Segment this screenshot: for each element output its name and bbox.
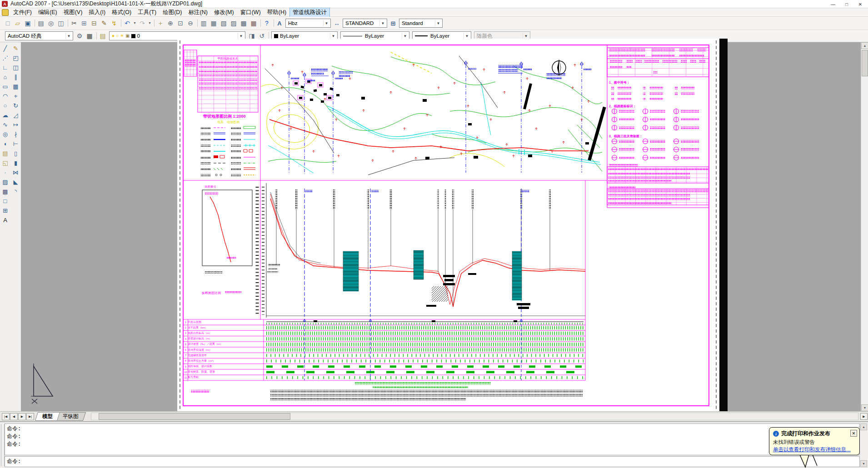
draw-tool-button[interactable]: ◎ (0, 129, 10, 139)
modify-tool-button[interactable]: ◿ (11, 110, 20, 120)
menu-item[interactable]: 插入(I) (85, 8, 109, 17)
modify-tool-button[interactable]: ◰ (11, 53, 20, 63)
canvas-hscrollbar[interactable] (91, 413, 859, 420)
chevron-down-icon[interactable]: ▼ (238, 33, 244, 39)
tab-nav-button[interactable]: ◀ (10, 413, 18, 420)
toolbar-button[interactable]: □ (3, 18, 13, 28)
workspace-save-button[interactable]: ▦ (85, 31, 95, 41)
notification-link[interactable]: 单击以查看打印和发布详细信息... (773, 446, 856, 453)
workspace-settings-button[interactable]: ⚙ (75, 31, 85, 41)
toolbar-button[interactable]: ▾ (132, 18, 137, 28)
draw-tool-button[interactable]: ⊞ (0, 206, 10, 215)
toolbar-button[interactable]: ⊖ (185, 18, 195, 28)
toolbar-button[interactable]: ▥ (199, 18, 209, 28)
draw-tool-button[interactable]: ◖ (0, 139, 10, 149)
modify-tool-button[interactable]: ◣ (11, 177, 20, 187)
modify-tool-button[interactable]: ▮ (11, 158, 20, 168)
command-vscrollbar[interactable]: ▲ ▼ (860, 423, 867, 467)
toolbar-button[interactable]: ▤ (36, 18, 46, 28)
toolbar-button[interactable]: ▦ (249, 18, 259, 28)
draw-tool-button[interactable]: ◠ (0, 91, 10, 101)
dim-style-icon[interactable]: ↔ (332, 19, 341, 28)
modify-tool-button[interactable]: ▯ (11, 149, 20, 158)
workspace-combo[interactable]: AutoCAD 经典 ▼ (5, 31, 73, 40)
modify-tool-button[interactable]: ⋈ (11, 168, 20, 177)
toolbar-button[interactable]: ⊞ (79, 18, 89, 28)
command-history[interactable]: 命令:命令:命令: (5, 423, 860, 455)
layer-lock-icon[interactable]: ▣ (125, 34, 130, 38)
draw-tool-button[interactable]: ▩ (0, 187, 10, 196)
menu-item[interactable]: 标注(N) (185, 8, 211, 17)
scroll-up-button[interactable]: ▲ (860, 423, 867, 430)
scroll-thumb[interactable] (862, 50, 868, 76)
draw-tool-button[interactable]: ○ (0, 101, 10, 110)
toolbar-button[interactable] (259, 18, 262, 28)
menu-item[interactable]: 文件(F) (10, 8, 35, 17)
menu-item[interactable]: 修改(M) (211, 8, 237, 17)
menu-item[interactable]: 管道线路设计 (289, 8, 330, 17)
draw-tool-button[interactable]: ☁ (0, 110, 10, 120)
modify-tool-button[interactable]: + (11, 91, 20, 101)
draw-tool-button[interactable]: ⌂ (0, 72, 10, 82)
hscroll-thumb[interactable] (99, 413, 290, 420)
toolbar-button[interactable]: ↷ (137, 18, 147, 28)
modify-tool-button[interactable]: ◝ (11, 187, 20, 196)
canvas-vscrollbar[interactable]: ▲ ▼ (861, 42, 868, 411)
menu-item[interactable]: 格式(O) (109, 8, 135, 17)
toolbar-button[interactable]: ? (262, 18, 272, 28)
menu-item[interactable]: 工具(T) (135, 8, 160, 17)
toolbar-button[interactable]: ▨ (229, 18, 239, 28)
command-panel-grip[interactable] (1, 424, 5, 466)
text-style-icon[interactable]: A (275, 19, 284, 28)
modify-tool-button[interactable]: ◫ (11, 63, 20, 72)
tab-nav-button[interactable]: ▶| (26, 413, 34, 420)
modify-tool-button[interactable]: ∥ (11, 72, 20, 82)
modify-tool-button[interactable]: ↻ (11, 101, 20, 110)
menu-item[interactable]: 视图(V) (60, 8, 86, 17)
draw-tool-button[interactable]: ∿ (0, 120, 10, 129)
chevron-down-icon[interactable]: ▼ (464, 33, 470, 39)
dim-style-combo[interactable]: STANDARD ▼ (343, 19, 387, 28)
toolbar-button[interactable]: ▦ (209, 18, 219, 28)
draw-tool-button[interactable]: □ (0, 196, 10, 206)
layer-manager-button[interactable]: ▤ (98, 31, 108, 41)
toolbar-button[interactable] (66, 18, 69, 28)
draw-tool-button[interactable]: A (0, 215, 10, 225)
table-style-combo[interactable]: Standard ▼ (399, 19, 443, 28)
tab-nav-button[interactable]: ▶ (18, 413, 26, 420)
text-style-combo[interactable]: Hbz ▼ (285, 19, 331, 28)
modify-tool-button[interactable]: ⊢ (11, 139, 20, 149)
chevron-down-icon[interactable]: ▼ (435, 20, 441, 26)
scroll-down-button[interactable]: ▼ (861, 404, 868, 411)
draw-tool-button[interactable]: ╱ (0, 44, 10, 53)
modify-tool-button[interactable]: ↦ (11, 120, 20, 129)
chevron-down-icon[interactable]: ▼ (402, 33, 408, 39)
toolbar-button[interactable]: ▧ (219, 18, 229, 28)
layer-on-icon[interactable]: ● (112, 34, 115, 38)
toolbar-button[interactable]: ▾ (147, 18, 152, 28)
toolbar-button[interactable]: ↶ (122, 18, 132, 28)
draw-tool-button[interactable]: ∟ (0, 63, 10, 72)
layer-freeze-icon[interactable]: ○ (116, 34, 119, 38)
draw-tool-button[interactable]: ∙ (0, 168, 10, 177)
tab-nav-button[interactable]: |◀ (2, 413, 10, 420)
chevron-down-icon[interactable]: ▼ (330, 33, 336, 39)
notification-close-button[interactable]: ✕ (850, 430, 857, 437)
draw-tool-button[interactable]: ▨ (0, 177, 10, 187)
close-button[interactable]: ✕ (853, 0, 867, 8)
toolbar-button[interactable]: ✂ (69, 18, 79, 28)
chevron-down-icon[interactable]: ▼ (65, 33, 72, 39)
toolbar-button[interactable] (33, 18, 36, 28)
toolbar-button[interactable]: ✎ (99, 18, 109, 28)
toolbar-button[interactable]: ◎ (46, 18, 56, 28)
toolbar-button[interactable]: ↯ (109, 18, 119, 28)
chevron-down-icon[interactable]: ▼ (379, 20, 386, 26)
menu-item[interactable]: 帮助(H) (264, 8, 289, 17)
menu-item[interactable]: 编辑(E) (35, 8, 60, 17)
hscroll-right-button[interactable]: ▶ (860, 413, 868, 420)
toolbar-button[interactable] (195, 18, 199, 28)
layer-thaw-icon[interactable]: ☀ (120, 34, 124, 38)
maximize-button[interactable]: □ (840, 0, 853, 8)
toolbar-button[interactable]: ◫ (56, 18, 66, 28)
chevron-down-icon[interactable]: ▼ (323, 20, 329, 26)
